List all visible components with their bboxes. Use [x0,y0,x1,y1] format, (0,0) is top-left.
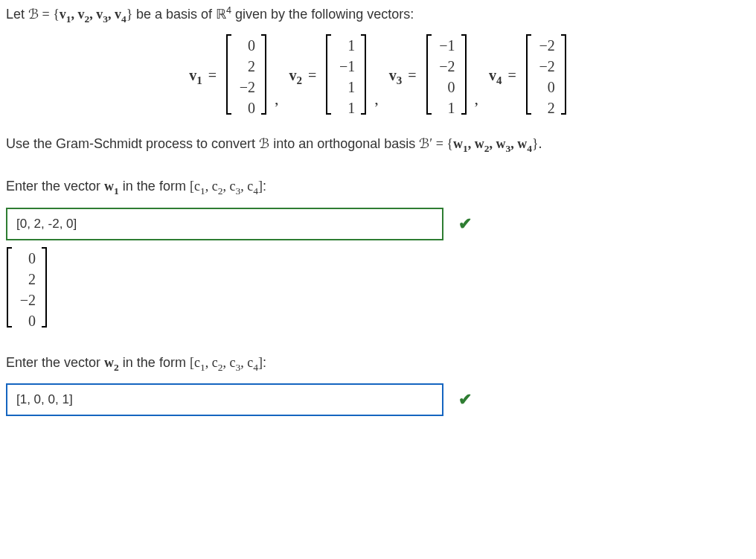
basis-eq: = { [42,7,60,22]
space-r: ℝ [216,7,226,22]
v1-vector: 0 2 −2 0 [225,33,267,120]
gs-bprime: ℬ′ [419,136,432,151]
gram-schmidt-text: Use the Gram-Schmidt process to convert … [6,135,750,156]
intro-mid: be a basis of [136,7,216,22]
vectors-display: v1= 0 2 −2 0 , v2= 1 −1 1 1 , v3= −1 −2 … [6,33,750,120]
v3-vector: −1 −2 0 1 [426,33,467,120]
intro-text: Let ℬ = {v1, v2, v3, v4} be a basis of ℝ… [6,4,750,26]
w1-answer-input[interactable]: [0, 2, -2, 0] [6,208,443,240]
basis-b: ℬ [28,7,39,22]
gs-prefix: Use the Gram-Schmidt process to convert [6,136,259,151]
w1-sym: w1 [104,179,119,194]
v1-label: v1 [189,67,202,83]
gs-close: }. [532,136,542,151]
gs-mid: into an orthogonal basis [273,136,419,151]
w2-form: [c1, c2, c3, c4] [190,355,263,370]
basis-close: } [126,7,133,22]
intro-prefix: Let [6,7,28,22]
v4-label: v4 [489,67,502,83]
v2-label: v2 [289,67,302,83]
check-icon: ✔ [458,214,472,234]
space-dim: 4 [226,5,231,16]
w2-prompt: Enter the vector w2 in the form [c1, c2,… [6,355,750,374]
w2-answer-input[interactable]: [1, 0, 0, 1] [6,383,443,416]
v3-label: v3 [389,67,403,83]
gs-ws: w1, w2, w3, w4 [453,136,532,151]
w2-sym: w2 [104,355,119,370]
w1-form: [c1, c2, c3, c4] [190,179,263,194]
w1-result-vector: 0 2 −2 0 [6,246,750,333]
v2-vector: 1 −1 1 1 [325,33,367,120]
gs-b: ℬ [259,136,269,151]
check-icon: ✔ [458,390,472,409]
gs-eq: = { [436,136,453,151]
basis-vectors: v1, v2, v3, v4 [60,7,126,22]
intro-suffix: given by the following vectors: [235,7,414,22]
v4-vector: −2 −2 0 2 [525,33,567,120]
w1-prompt: Enter the vector w1 in the form [c1, c2,… [6,179,750,197]
